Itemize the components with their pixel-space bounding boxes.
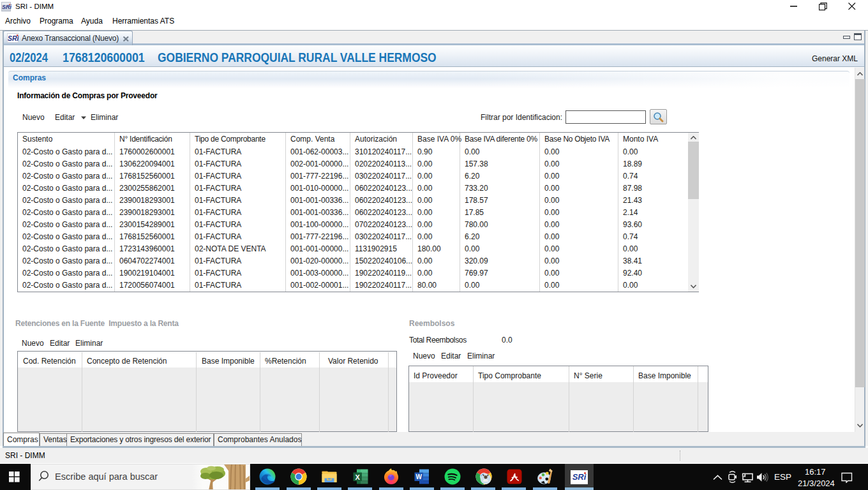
- svg-text:W: W: [415, 473, 422, 480]
- svg-text:X: X: [355, 473, 361, 481]
